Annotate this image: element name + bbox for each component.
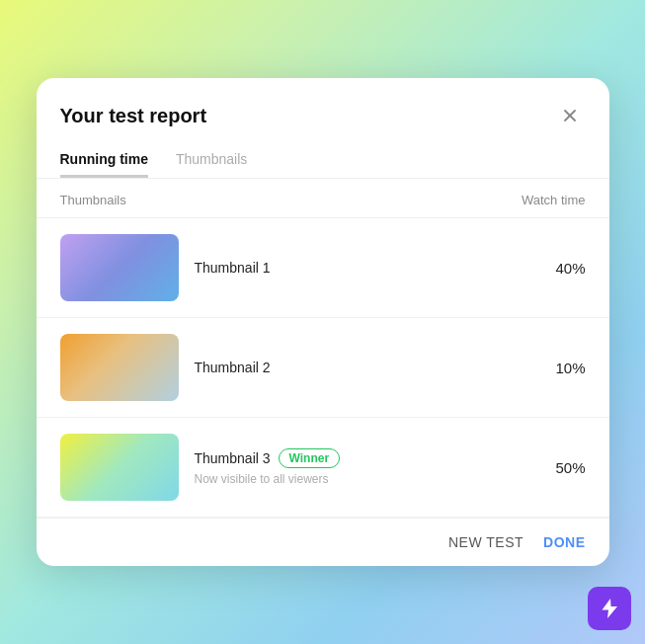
modal-footer: NEW TEST DONE xyxy=(37,518,609,566)
thumbnail-2-pct: 10% xyxy=(538,360,586,376)
modal-title: Your test report xyxy=(60,105,207,127)
thumbnail-3-image xyxy=(60,434,179,501)
table-row: Thumbnail 3 Winner Now visibile to all v… xyxy=(37,418,609,518)
table-row: Thumbnail 1 40% xyxy=(37,218,609,318)
thumbnail-3-pct: 50% xyxy=(538,459,586,476)
thumbnail-1-name-row: Thumbnail 1 xyxy=(195,260,523,276)
thumbnail-2-name-row: Thumbnail 2 xyxy=(195,360,523,375)
thumbnail-3-name: Thumbnail 3 xyxy=(195,450,271,466)
bolt-icon[interactable] xyxy=(588,587,631,630)
thumbnail-2-name: Thumbnail 2 xyxy=(195,360,271,375)
thumbnail-2-info: Thumbnail 2 xyxy=(195,360,523,375)
thumbnail-1-pct: 40% xyxy=(538,260,586,277)
new-test-button[interactable]: NEW TEST xyxy=(448,534,524,550)
tab-thumbnails[interactable]: Thumbnails xyxy=(176,143,247,178)
col-watchtime-label: Watch time xyxy=(522,193,586,207)
table-row: Thumbnail 2 10% xyxy=(37,318,609,418)
winner-badge: Winner xyxy=(279,448,341,468)
thumbnail-3-name-row: Thumbnail 3 Winner xyxy=(195,448,523,468)
tabs-section: Running time Thumbnails xyxy=(37,131,609,179)
thumbnail-1-image xyxy=(60,234,179,301)
thumbnail-1-info: Thumbnail 1 xyxy=(195,260,523,276)
thumbnail-3-subtitle: Now visibile to all viewers xyxy=(195,472,523,486)
done-button[interactable]: DONE xyxy=(543,534,585,550)
modal-header: Your test report xyxy=(37,78,609,131)
thumbnail-3-info: Thumbnail 3 Winner Now visibile to all v… xyxy=(195,448,523,486)
table-header: Thumbnails Watch time xyxy=(37,179,609,218)
thumbnail-1-name: Thumbnail 1 xyxy=(195,260,271,276)
tab-running-time[interactable]: Running time xyxy=(60,143,148,178)
col-thumbnails-label: Thumbnails xyxy=(60,193,126,207)
test-report-modal: Your test report Running time Thumbnails… xyxy=(37,78,609,566)
close-button[interactable] xyxy=(554,100,586,131)
thumbnail-2-image xyxy=(60,334,179,401)
